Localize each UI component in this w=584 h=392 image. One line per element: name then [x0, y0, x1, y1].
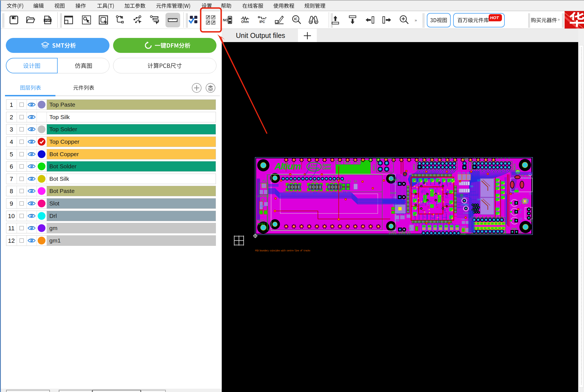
svg-text:Altium: Altium	[274, 161, 301, 171]
svg-text:P2 P3: P2 P3	[343, 180, 351, 183]
svg-text:J1: J1	[529, 192, 532, 195]
svg-text:PWR: PWR	[527, 199, 530, 203]
svg-text:NO: NO	[223, 18, 228, 22]
svg-text:RA3: RA3	[331, 180, 336, 183]
svg-text:Design: Design	[309, 166, 319, 170]
svg-text:Ohm: Ohm	[241, 20, 249, 24]
svg-text:LCD1 CONFIG: LCD1 CONFIG	[389, 231, 410, 235]
svg-text:+: +	[519, 220, 521, 223]
svg-text:SDR: SDR	[260, 205, 265, 208]
svg-text:+: +	[519, 202, 521, 205]
svg-text:S3: S3	[261, 198, 264, 201]
svg-text:RESET: RESET	[257, 223, 266, 226]
svg-text:9: 9	[377, 162, 379, 165]
svg-text:Y1: Y1	[408, 227, 411, 230]
svg-text:P1: P1	[262, 180, 266, 183]
svg-text:2: 2	[391, 168, 393, 171]
svg-text:X axis: X axis	[390, 179, 399, 181]
svg-text:PN6: PN6	[461, 218, 465, 221]
svg-text:CONTRAST: CONTRAST	[257, 195, 269, 198]
svg-text:HDR2: HDR2	[413, 164, 416, 170]
svg-text:LED8: LED8	[461, 226, 466, 228]
svg-text:TPJL 5V: TPJL 5V	[522, 177, 530, 179]
svg-text:HDR1: HDR1	[373, 164, 376, 171]
svg-text:DONE: DONE	[461, 233, 467, 236]
svg-text:U3: U3	[477, 179, 481, 182]
svg-text:B5: B5	[470, 185, 473, 188]
svg-text:C23: C23	[428, 188, 432, 190]
svg-text:S2: S2	[504, 231, 507, 234]
svg-text:10: 10	[377, 168, 379, 171]
svg-text:IC: IC	[294, 17, 297, 21]
svg-text:JP4: JP4	[393, 196, 397, 198]
svg-text:RA1: RA1	[291, 180, 296, 183]
svg-text:8x15: 8x15	[390, 192, 396, 195]
svg-text:TEST/: TEST/	[257, 219, 266, 222]
svg-text:TP9: TP9	[464, 203, 468, 206]
svg-text:JP: JP	[519, 231, 522, 234]
svg-text:PDF: PDF	[45, 19, 50, 22]
svg-text:JP3: JP3	[393, 183, 397, 185]
svg-text:1: 1	[391, 162, 393, 165]
svg-text:HDR3: HDR3	[513, 164, 516, 170]
svg-text:U4: U4	[477, 198, 481, 201]
svg-text:+: +	[519, 211, 521, 214]
svg-text:IPC: IPC	[259, 20, 265, 24]
svg-text:S1: S1	[529, 220, 532, 222]
svg-text:Q1: Q1	[354, 180, 357, 183]
svg-text:C33: C33	[427, 202, 431, 205]
svg-text:R10: R10	[395, 220, 399, 222]
svg-text:RA2: RA2	[312, 180, 317, 183]
svg-text:Level: Level	[322, 166, 331, 170]
svg-text:GND: GND	[463, 158, 468, 161]
svg-text:PCB boundary coincides with ce: PCB boundary coincides with centre-line …	[255, 249, 310, 252]
svg-text:RJ1: RJ1	[393, 204, 397, 207]
svg-text:REV 1.02: REV 1.02	[345, 161, 360, 164]
svg-text:JP5: JP5	[393, 228, 397, 231]
svg-text:R9 P9: R9 P9	[343, 191, 350, 194]
